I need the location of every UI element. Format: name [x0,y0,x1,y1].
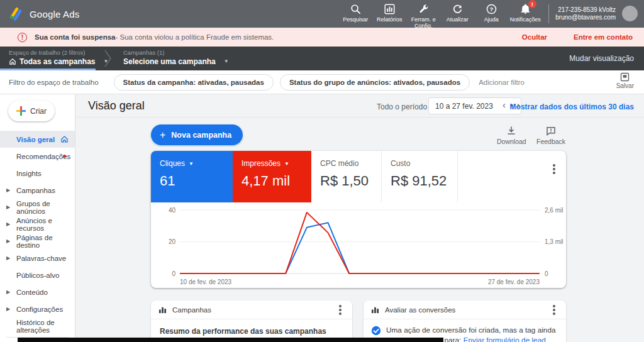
svg-text:0: 0 [172,270,175,277]
svg-text:10 de fev. de 2023: 10 de fev. de 2023 [180,279,232,285]
breadcrumb-separator [104,50,112,67]
google-ads-brand: Google Ads [0,7,80,21]
sidebar-item-anuncios-e-recursos[interactable]: ▶ Anúncios e recursos [0,216,75,233]
svg-text:40: 40 [169,207,176,214]
bottom-black-strip [18,338,443,342]
metric-tile-cliques[interactable]: Cliques▼ 61 [151,151,233,202]
svg-text:2,6 mil: 2,6 mil [545,207,563,214]
workspace-selector[interactable]: Espaço de trabalho (2 filtros) Todas as … [9,49,108,67]
metric-value-impressoes: 4,17 mil [242,173,311,189]
help-icon: ? [486,3,497,14]
reports-icon [384,3,395,14]
sidebar-item-palavras-chave[interactable]: ▶ Palavras-chave [0,250,75,267]
conversions-card: Avaliar as conversões Uma ação de conver… [364,301,566,342]
banner-message: - Sua conta violou a política Fraude em … [115,33,274,41]
bar-chart-icon [371,306,379,314]
top-app-bar: Google Ads Pesquisar Relatórios Ferram. … [0,0,644,28]
conversions-card-menu-button[interactable] [548,303,560,317]
expand-arrow-icon: ▶ [6,255,10,261]
chevron-down-icon: ▼ [224,57,229,67]
help-button[interactable]: ? Ajuda [474,3,508,23]
prev-period-button[interactable]: ‹ [502,99,506,110]
suspension-banner: ! Sua conta foi suspensa - Sua conta vio… [0,28,644,47]
campaigns-card-menu-button[interactable] [335,303,346,317]
plus-multicolor-icon [16,106,26,116]
notifications-button[interactable]: ! Notificações [508,3,542,23]
metric-value-custo: R$ 91,52 [391,173,457,189]
sidebar-item-conteudo[interactable]: ▶ Conteúdo [0,284,75,301]
red-dot-badge [63,155,66,158]
campaign-selector[interactable]: Campanhas (1) Selecione uma campanha ▼ [123,49,229,67]
sidebar-item-grupos-de-anuncios[interactable]: ▶ Grupos de anúncios [0,199,75,216]
download-icon [506,126,516,136]
feedback-icon [546,126,556,136]
send-lead-form-link[interactable]: Enviar formulário de lead [464,336,546,342]
account-info: 217-235-8539 kVoltz bruno@btavares.com [555,6,616,21]
sidebar-item-campanhas[interactable]: ▶ Campanhas [0,182,75,199]
topbar-actions: Pesquisar Relatórios Ferram. e Config. A… [338,0,640,28]
overview-card-menu-button[interactable] [548,162,560,176]
filter-bar-label: Filtro do espaço de trabalho [9,79,99,86]
overview-header: Visão geral Todo o período 10 a 27 fev. … [76,94,644,118]
banner-title: Sua conta foi suspensa [35,33,115,41]
account-id: 217-235-8539 kVoltz [555,6,616,14]
overview-card: Cliques▼ 61 Impressões▼ 4,17 mil CPC méd… [151,151,566,288]
topbar-divider [548,4,549,23]
show-last-30-days-link[interactable]: Mostrar dados dos últimos 30 dias [510,102,634,111]
bell-icon: ! [520,3,531,14]
contact-us-button[interactable]: Entre em contato [574,33,633,41]
filter-chip-adgroup-status[interactable]: Status do grupo de anúncios: ativados, p… [280,74,470,91]
save-button[interactable]: Salvar [616,72,634,89]
search-icon [350,3,361,14]
svg-text:20: 20 [169,238,176,245]
create-button[interactable]: Criar [8,101,55,121]
filter-chip-campaign-status[interactable]: Status da campanha: ativadas, pausadas [114,74,274,91]
brand-name: Google Ads [30,9,80,19]
sidebar-item-historico-de-alteracoes[interactable]: Histórico de alterações [0,317,75,334]
card-title: Campanhas [172,306,211,314]
hide-banner-button[interactable]: Ocultar [522,33,547,41]
plus-icon: + [160,130,165,141]
svg-text:27 de fev. de 2023: 27 de fev. de 2023 [488,279,540,285]
tools-settings-button[interactable]: Ferram. e Config. [406,3,440,29]
sidebar-item-recomendacoes[interactable]: Recomendações [0,148,75,165]
feedback-button[interactable]: Feedback [536,126,565,145]
metric-value-cpc-medio: R$ 1,50 [320,173,381,189]
download-button[interactable]: Download [497,126,526,145]
expand-arrow-icon: ▶ [6,221,10,227]
home-icon [60,135,69,143]
sidebar-nav: Criar Visão geral Recomendações Insights… [0,94,75,342]
campaigns-card: Campanhas Resumo da performance das suas… [151,301,352,342]
period-label: Todo o período [377,102,427,111]
metric-value-cliques: 61 [160,173,233,189]
metric-tile-impressoes[interactable]: Impressões▼ 4,17 mil [233,151,311,202]
wrench-icon [418,3,429,14]
metric-tile-custo: Custo R$ 91,52 [382,151,458,202]
avatar[interactable] [622,6,638,21]
page-title: Visão geral [88,99,145,113]
chevron-down-icon: ▼ [284,161,289,167]
search-button[interactable]: Pesquisar [338,3,372,23]
expand-arrow-icon: ▶ [6,306,10,312]
sidebar-item-visao-geral[interactable]: Visão geral [0,131,75,148]
account-email: bruno@btavares.com [555,14,616,21]
expand-arrow-icon: ▶ [6,238,10,244]
workspace-bar: Espaço de trabalho (2 filtros) Todas as … [0,47,644,70]
chevron-down-icon: ▼ [189,161,194,167]
refresh-button[interactable]: Atualizar [440,3,474,23]
add-filter-button[interactable]: Adicionar filtro [479,79,525,86]
svg-text:1,3 mil: 1,3 mil [545,238,563,245]
card-title: Avaliar as conversões [385,306,455,314]
reports-button[interactable]: Relatórios [372,3,406,23]
sidebar-item-configuracoes[interactable]: ▶ Configurações [0,301,75,317]
change-view-link[interactable]: Mudar visualização [569,54,634,63]
new-campaign-button[interactable]: + Nova campanha [151,124,243,145]
expand-arrow-icon: ▶ [6,289,10,295]
expand-arrow-icon: ▶ [6,204,10,210]
sidebar-item-paginas-de-destino[interactable]: ▶ Páginas de destino [0,233,75,250]
overview-chart: 0204001,3 mil2,6 mil10 de fev. de 202327… [151,202,566,288]
sidebar-item-publicos-alvo[interactable]: Públicos-alvo [0,267,75,284]
svg-text:?: ? [489,5,493,12]
sidebar-item-insights[interactable]: Insights [0,165,75,182]
save-icon [620,72,630,82]
